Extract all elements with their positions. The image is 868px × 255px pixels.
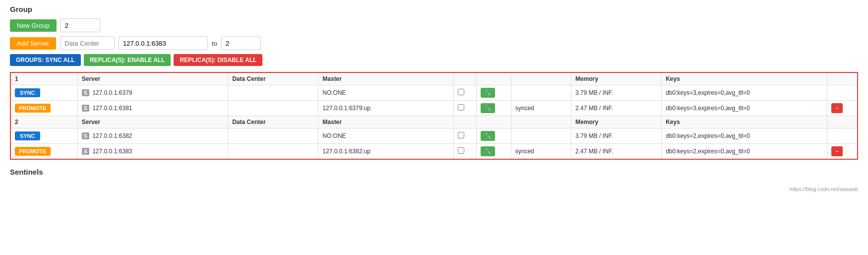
wrench-button[interactable]: 🔧 <box>481 88 495 98</box>
group-2-keys-header: Keys <box>662 116 827 128</box>
group-2-header: 2 Server Data Center Master Memory Keys <box>10 116 858 128</box>
server-checkbox[interactable] <box>458 147 464 154</box>
group-2-memory-header: Memory <box>571 116 662 128</box>
server-checkbox[interactable] <box>458 132 464 138</box>
server-type-label: S <box>82 105 89 112</box>
new-group-button[interactable]: New Group <box>10 19 57 32</box>
status-cell: synced <box>511 144 571 160</box>
add-server-button[interactable]: Add Server <box>10 37 56 50</box>
group-2-id: 2 <box>10 116 77 128</box>
group-2-dc-header: Data Center <box>228 116 318 128</box>
group-1-master-header: Master <box>318 72 454 85</box>
new-group-input[interactable] <box>61 18 100 32</box>
table-row: PROMOTE S 127.0.0.1:6381 127.0.0.1:6379:… <box>10 101 858 116</box>
disable-all-button[interactable]: REPLICA(S): DISABLE ALL <box>174 54 262 66</box>
memory-cell: 2.47 MB / INF. <box>571 144 662 160</box>
section-title: Group <box>10 5 858 13</box>
table-row: SYNC S 127.0.0.1:6382 NO:ONE 🔧 3.79 MB /… <box>10 128 858 144</box>
group-1-dc-header: Data Center <box>228 72 318 85</box>
wrench-button[interactable]: 🔧 <box>481 131 495 141</box>
master-cell: NO:ONE <box>318 85 454 101</box>
group-1-memory-header: Memory <box>571 72 662 85</box>
wrench-button[interactable]: 🔧 <box>481 103 495 113</box>
server-address-input[interactable] <box>119 36 208 50</box>
remove-button[interactable]: − <box>831 103 843 113</box>
server-address: 127.0.0.1:6383 <box>92 148 132 155</box>
promote-button-2[interactable]: PROMOTE <box>15 147 51 156</box>
sync-all-button[interactable]: GROUPS: SYNC ALL <box>10 54 81 66</box>
group-1-keys-header: Keys <box>662 72 827 85</box>
footer-url: https://blog.csdn.net/aaaaab <box>10 186 858 192</box>
server-address: 127.0.0.1:6381 <box>92 105 132 112</box>
to-label: to <box>212 40 217 47</box>
master-cell: 127.0.0.1:6382:up <box>318 144 454 160</box>
keys-cell: db0:keys=3,expires=0,avg_ttl=0 <box>662 85 827 101</box>
status-cell <box>511 85 571 101</box>
table-row: PROMOTE S 127.0.0.1:6383 127.0.0.1:6382:… <box>10 144 858 160</box>
sync-button-1[interactable]: SYNC <box>15 88 40 97</box>
data-center-input[interactable] <box>60 36 115 50</box>
server-address: 127.0.0.1:6379 <box>92 89 132 96</box>
server-type-label: S <box>82 148 89 155</box>
status-cell <box>511 128 571 144</box>
group-1-id: 1 <box>10 72 77 85</box>
wrench-button[interactable]: 🔧 <box>481 146 495 156</box>
keys-cell: db0:keys=2,expires=0,avg_ttl=0 <box>662 128 827 144</box>
data-center-cell <box>228 101 318 116</box>
memory-cell: 2.47 MB / INF. <box>571 101 662 116</box>
remove-button[interactable]: − <box>831 146 843 156</box>
server-checkbox[interactable] <box>458 104 464 111</box>
data-center-cell <box>228 85 318 101</box>
server-address: 127.0.0.1:6382 <box>92 132 132 139</box>
sentinels-title: Sentinels <box>10 168 858 176</box>
status-cell: synced <box>511 101 571 116</box>
enable-all-button[interactable]: REPLICA(S): ENABLE ALL <box>84 54 171 66</box>
master-cell: NO:ONE <box>318 128 454 144</box>
groups-table: 1 Server Data Center Master Memory Keys … <box>10 72 858 160</box>
server-type-label: S <box>82 132 89 139</box>
memory-cell: 3.79 MB / INF. <box>571 128 662 144</box>
data-center-cell <box>228 128 318 144</box>
server-type-label: S <box>82 89 89 96</box>
memory-cell: 3.79 MB / INF. <box>571 85 662 101</box>
group-1-server-header: Server <box>77 72 228 85</box>
group-2-server-header: Server <box>77 116 228 128</box>
to-input[interactable] <box>221 36 261 50</box>
server-checkbox[interactable] <box>458 89 464 95</box>
data-center-cell <box>228 144 318 160</box>
master-cell: 127.0.0.1:6379:up <box>318 101 454 116</box>
group-1-header: 1 Server Data Center Master Memory Keys <box>10 72 858 85</box>
group-2-master-header: Master <box>318 116 454 128</box>
keys-cell: db0:keys=2,expires=0,avg_ttl=0 <box>662 144 827 160</box>
sync-button-2[interactable]: SYNC <box>15 131 40 140</box>
promote-button-1[interactable]: PROMOTE <box>15 104 51 113</box>
keys-cell: db0:keys=3,expires=0,avg_ttl=0 <box>662 101 827 116</box>
table-row: SYNC S 127.0.0.1:6379 NO:ONE 🔧 3.79 MB /… <box>10 85 858 101</box>
